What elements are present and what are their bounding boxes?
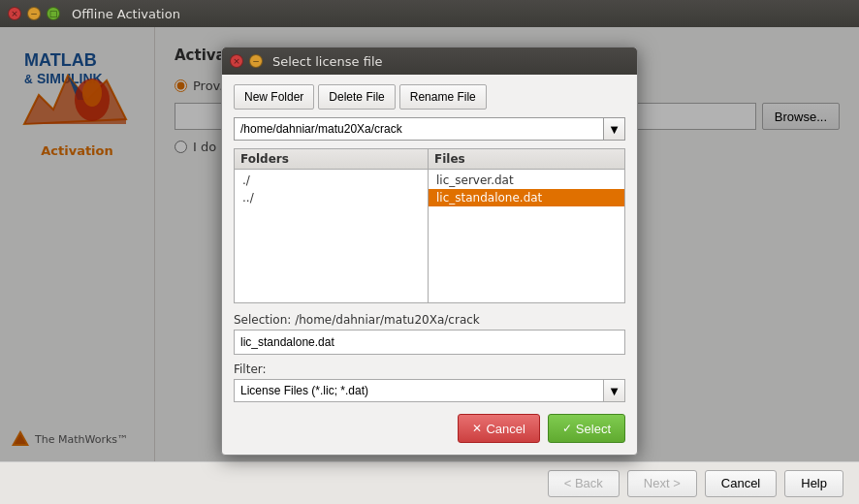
content-area: MATLAB & SIMULINK Activation The Mat (0, 27, 859, 461)
file-item-lic-server[interactable]: lic_server.dat (429, 172, 624, 189)
filter-label: Filter: (234, 362, 625, 376)
filter-row: ▼ (234, 379, 625, 402)
close-button[interactable]: × (8, 7, 21, 20)
folders-pane: Folders ./ ../ (235, 149, 429, 302)
bottom-bar: < Back Next > Cancel Help (0, 461, 859, 504)
window-title: Offline Activation (72, 7, 180, 21)
path-dropdown-button[interactable]: ▼ (604, 117, 625, 141)
select-label: Select (576, 422, 611, 436)
next-button[interactable]: Next > (627, 470, 697, 497)
cancel-button[interactable]: ✕ Cancel (458, 414, 539, 443)
modal-overlay: × − Select license file New Folder Delet… (0, 27, 859, 461)
list-item[interactable]: ../ (235, 189, 428, 206)
help-button[interactable]: Help (784, 470, 843, 497)
minimize-button[interactable]: − (27, 7, 41, 20)
selection-label: Selection: /home/dahniar/matu20Xa/crack (234, 313, 625, 327)
dialog-toolbar: New Folder Delete File Rename File (234, 84, 625, 110)
select-button[interactable]: ✓ Select (548, 414, 625, 443)
filter-input[interactable] (234, 379, 604, 402)
dialog-titlebar: × − Select license file (222, 47, 637, 75)
files-header: Files (429, 149, 624, 170)
selection-input[interactable] (234, 330, 625, 355)
dialog-buttons: ✕ Cancel ✓ Select (234, 414, 625, 443)
file-browser: Folders ./ ../ Files lic_server.dat l (234, 148, 625, 303)
rename-file-button[interactable]: Rename File (399, 84, 487, 110)
title-bar: × − □ Offline Activation (0, 0, 859, 27)
folders-header: Folders (235, 149, 428, 170)
filter-dropdown-button[interactable]: ▼ (604, 379, 625, 402)
main-window: × − □ Offline Activation MATLAB & SIMULI… (0, 0, 859, 504)
maximize-button[interactable]: □ (47, 7, 60, 20)
files-list: lic_server.dat lic_standalone.dat (429, 170, 624, 302)
back-button[interactable]: < Back (548, 470, 620, 497)
files-pane: Files lic_server.dat lic_standalone.dat (429, 149, 624, 302)
cancel-icon: ✕ (472, 422, 482, 435)
dialog-body: New Folder Delete File Rename File ▼ Fol… (222, 75, 637, 455)
main-cancel-button[interactable]: Cancel (705, 470, 777, 497)
dialog-close-button[interactable]: × (230, 54, 243, 68)
dialog-title: Select license file (272, 54, 383, 69)
cancel-label: Cancel (486, 422, 525, 436)
select-icon: ✓ (562, 422, 572, 435)
directory-path-input[interactable] (234, 117, 604, 141)
path-bar: ▼ (234, 117, 625, 141)
folders-list: ./ ../ (235, 170, 428, 302)
dialog-min-button[interactable]: − (249, 54, 263, 68)
file-item-lic-standalone[interactable]: lic_standalone.dat (429, 189, 624, 206)
new-folder-button[interactable]: New Folder (234, 84, 314, 110)
delete-file-button[interactable]: Delete File (318, 84, 395, 110)
list-item[interactable]: ./ (235, 172, 428, 189)
select-file-dialog: × − Select license file New Folder Delet… (221, 47, 638, 456)
